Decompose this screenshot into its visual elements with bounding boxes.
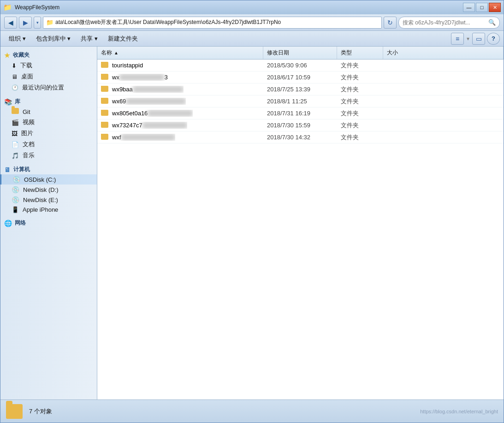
sidebar-item-video[interactable]: 🎬 视频 <box>0 117 97 128</box>
refresh-button[interactable]: ↻ <box>384 17 397 29</box>
col-header-type[interactable]: 类型 <box>337 47 383 59</box>
file-list: touristappid 2018/5/30 9:06 文件夹 wxxxxxxx… <box>97 60 504 399</box>
file-name: wxfxxxxxxxxxxxxxxxxxx <box>112 134 175 141</box>
sidebar-favorites-header: ★ 收藏夹 <box>0 49 97 60</box>
minimize-button[interactable]: — <box>463 3 475 12</box>
folder-icon <box>101 134 108 141</box>
col-header-name[interactable]: 名称 ▲ <box>97 47 263 59</box>
close-button[interactable]: ✕ <box>489 3 501 12</box>
video-icon: 🎬 <box>12 119 19 126</box>
sidebar-item-desktop[interactable]: 🖥 桌面 <box>0 71 97 82</box>
recent-icon: 🕐 <box>12 84 18 91</box>
table-row[interactable]: wxfxxxxxxxxxxxxxxxxxx 2018/7/30 14:32 文件… <box>97 131 504 143</box>
file-cell-name: wxfxxxxxxxxxxxxxxxxxx <box>97 134 263 141</box>
file-cell-date: 2018/7/31 16:19 <box>263 110 337 117</box>
file-cell-type: 文件夹 <box>337 85 383 94</box>
new-folder-button[interactable]: 新建文件夹 <box>103 33 142 45</box>
phone-icon: 📱 <box>12 206 19 213</box>
view-toggle-button[interactable]: ≡ <box>451 33 464 45</box>
sort-arrow-name: ▲ <box>114 50 119 55</box>
search-input[interactable] <box>403 19 486 26</box>
address-bar: ◀ ▶ ▾ 📁 ata\Local\微信web开发者工具\User Data\W… <box>0 14 504 31</box>
col-header-date[interactable]: 修改日期 <box>263 47 337 59</box>
organize-button[interactable]: 组织 ▾ <box>4 33 30 45</box>
library-icon: 📚 <box>4 98 12 106</box>
address-path[interactable]: 📁 ata\Local\微信web开发者工具\User Data\WeappFi… <box>43 17 382 29</box>
address-path-text: ata\Local\微信web开发者工具\User Data\WeappFile… <box>55 18 281 26</box>
table-row[interactable]: wx805et0a16xxxxxxxxxxxxxxx 2018/7/31 16:… <box>97 107 504 119</box>
file-cell-type: 文件夹 <box>337 133 383 142</box>
sidebar-item-label: Apple iPhone <box>23 206 58 213</box>
table-row[interactable]: wx69xxxxxxxxxxxxxxxxxxxx 2018/8/1 11:25 … <box>97 95 504 107</box>
sidebar-computer-header: 🖥 计算机 <box>0 164 97 174</box>
sidebar-item-download[interactable]: ⬇ 下载 <box>0 60 97 71</box>
file-cell-date: 2018/5/30 9:06 <box>263 62 337 69</box>
file-name: wx9baaxxxxxxxxxxxxxxxxx <box>112 86 184 93</box>
folder-icon <box>101 122 108 129</box>
pane-button[interactable]: ▭ <box>472 33 485 45</box>
window-title: WeappFileSystem <box>15 4 59 11</box>
table-row[interactable]: wx73247c7xxxxxxxxxxxxxxx 2018/7/30 15:59… <box>97 119 504 131</box>
blurred-text: xxxxxxxxxxxxxxx <box>142 122 188 129</box>
file-name: touristappid <box>112 62 143 69</box>
disk-c-icon: 💿 <box>12 176 20 183</box>
sidebar-item-recent[interactable]: 🕐 最近访问的位置 <box>0 82 97 93</box>
explorer-window: 📁 WeappFileSystem — □ ✕ ◀ ▶ ▾ 📁 ata\Loca… <box>0 0 504 423</box>
file-cell-name: wx9baaxxxxxxxxxxxxxxxxx <box>97 86 263 93</box>
watermark: https://blog.csdn.net/eternal_bright <box>420 409 498 414</box>
sidebar-item-label: 文档 <box>23 140 35 149</box>
file-cell-type: 文件夹 <box>337 109 383 118</box>
sidebar-item-label: Git <box>23 108 30 115</box>
sidebar-item-label: NewDisk (D:) <box>23 186 59 193</box>
include-library-button[interactable]: 包含到库中 ▾ <box>31 33 76 45</box>
download-icon: ⬇ <box>12 62 17 69</box>
col-header-size[interactable]: 大小 <box>383 47 504 59</box>
sidebar-item-label: 音乐 <box>23 151 35 160</box>
content-area: 名称 ▲ 修改日期 类型 大小 touri <box>97 47 504 399</box>
toolbar-right: ≡ ▾ ▭ ? <box>451 33 500 45</box>
sidebar-item-label: NewDisk (E:) <box>23 197 58 203</box>
title-bar: 📁 WeappFileSystem — □ ✕ <box>0 0 504 14</box>
sidebar-item-label: OSDisk (C:) <box>24 176 56 183</box>
sidebar-item-newdisk-d[interactable]: 💿 NewDisk (D:) <box>0 185 97 195</box>
folder-icon <box>101 86 108 93</box>
share-button[interactable]: 共享 ▾ <box>76 33 102 45</box>
search-box[interactable]: 🔍 <box>398 17 500 29</box>
search-icon: 🔍 <box>488 19 496 26</box>
sidebar-item-label: 最近访问的位置 <box>22 83 64 92</box>
table-row[interactable]: wxxxxxxxxxxxxxxxx3 2018/6/17 10:59 文件夹 <box>97 71 504 83</box>
file-cell-date: 2018/8/1 11:25 <box>263 98 337 105</box>
forward-button[interactable]: ▶ <box>19 17 32 29</box>
file-name: wx805et0a16xxxxxxxxxxxxxxx <box>112 110 193 117</box>
blurred-text: xxxxxxxxxxxxxxxxxx <box>121 134 175 141</box>
music-icon: 🎵 <box>12 152 19 159</box>
folder-icon <box>101 98 108 105</box>
sidebar-item-newdisk-e[interactable]: 💿 NewDisk (E:) <box>0 195 97 205</box>
maximize-button[interactable]: □ <box>476 3 488 12</box>
folder-icon <box>101 110 108 117</box>
address-folder-icon: 📁 <box>46 19 53 26</box>
file-name: wx73247c7xxxxxxxxxxxxxxx <box>112 122 187 129</box>
help-button[interactable]: ? <box>487 33 500 45</box>
sidebar-item-music[interactable]: 🎵 音乐 <box>0 150 97 161</box>
sidebar-item-git[interactable]: Git <box>0 107 97 117</box>
table-row[interactable]: wx9baaxxxxxxxxxxxxxxxxx 2018/7/25 13:39 … <box>97 83 504 95</box>
title-controls: — □ ✕ <box>463 3 501 12</box>
back-button[interactable]: ◀ <box>4 17 17 29</box>
sidebar-item-doc[interactable]: 📄 文档 <box>0 139 97 150</box>
sidebar-item-apple-iphone[interactable]: 📱 Apple iPhone <box>0 205 97 214</box>
table-row[interactable]: touristappid 2018/5/30 9:06 文件夹 <box>97 60 504 71</box>
title-bar-left: 📁 WeappFileSystem <box>3 3 59 12</box>
sidebar-item-image[interactable]: 🖼 图片 <box>0 128 97 139</box>
sidebar-item-osdisk[interactable]: 💿 OSDisk (C:) <box>0 174 97 185</box>
blurred-text: xxxxxxxxxxxxxxx <box>119 74 165 81</box>
nav-dropdown-button[interactable]: ▾ <box>34 17 41 29</box>
sidebar-item-label: 桌面 <box>21 72 33 81</box>
sidebar-item-label: 图片 <box>21 129 33 137</box>
star-icon: ★ <box>4 52 10 59</box>
toolbar: 组织 ▾ 包含到库中 ▾ 共享 ▾ 新建文件夹 ≡ ▾ ▭ ? <box>0 31 504 47</box>
file-cell-type: 文件夹 <box>337 97 383 106</box>
sidebar-item-label: 下载 <box>20 61 32 70</box>
desktop-icon: 🖥 <box>12 73 18 80</box>
file-cell-type: 文件夹 <box>337 73 383 82</box>
